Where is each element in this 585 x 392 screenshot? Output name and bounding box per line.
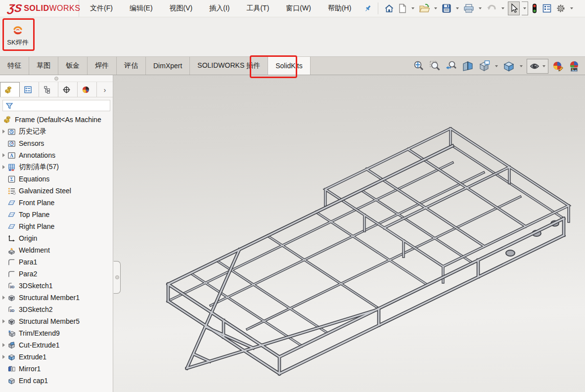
menu-tools[interactable]: 工具(T) (246, 4, 269, 13)
tab-dimxpert-manager[interactable] (58, 82, 78, 97)
select-cursor-caret[interactable] (522, 1, 528, 15)
undo-icon (485, 2, 498, 14)
tree-item-trim-extend9[interactable]: Trim/Extend9 (0, 327, 113, 339)
tree-item-material[interactable]: Galvanized Steel (0, 185, 113, 197)
tab-features[interactable]: 特征 (0, 57, 29, 75)
previous-view-icon[interactable] (445, 59, 458, 73)
part-document-icon (3, 115, 12, 124)
expand-arrow-icon[interactable] (0, 153, 7, 157)
properties-icon[interactable] (541, 2, 553, 14)
gear-caret[interactable] (570, 7, 573, 9)
menu-window[interactable]: 窗口(W) (286, 4, 311, 13)
tab-sketch[interactable]: 草图 (29, 57, 58, 75)
tab-solidkits[interactable]: SolidKits (268, 57, 310, 75)
expand-arrow-icon[interactable] (0, 319, 7, 323)
expand-arrow-icon[interactable] (0, 343, 7, 347)
tab-evaluate[interactable]: 评估 (117, 57, 146, 75)
tree-item-origin[interactable]: Origin (0, 232, 113, 244)
new-document-caret[interactable] (411, 7, 414, 9)
undo-caret[interactable] (501, 7, 504, 9)
tree-item-extrude1[interactable]: Extrude1 (0, 351, 113, 363)
cut-extrude-icon (7, 341, 16, 349)
tree-item-equations[interactable]: Σ Equations (0, 173, 113, 185)
svg-text:3D: 3D (10, 308, 15, 312)
solidworks-logo: ƷS SOLIDWORKS (0, 0, 79, 17)
tree-item-3dsketch2[interactable]: 3D 3DSketch2 (0, 304, 113, 315)
tree-item-mirror1[interactable]: Mirror1 (0, 363, 113, 375)
main-area: › Frame (Default<As Machine 历史记录 Sensors… (0, 75, 585, 392)
apply-scene-icon[interactable] (567, 59, 581, 73)
graphics-viewport[interactable] (113, 75, 585, 392)
end-cap-icon (7, 377, 16, 385)
tree-item-3dsketch1[interactable]: 3D 3DSketch1 (0, 280, 113, 292)
tree-item-weldment[interactable]: Weldment (0, 244, 113, 256)
edit-appearance-icon[interactable] (551, 59, 565, 73)
tree-item-cut-list[interactable]: 切割清单(57) (0, 161, 113, 173)
tree-item-front-plane[interactable]: Front Plane (0, 197, 113, 209)
display-style-caret[interactable] (542, 65, 545, 67)
feature-manager-panel: › Frame (Default<As Machine 历史记录 Sensors… (0, 75, 113, 392)
tab-configuration-manager[interactable] (39, 82, 58, 97)
display-style-button[interactable] (527, 59, 548, 74)
tree-item-history[interactable]: 历史记录 (0, 126, 113, 137)
menu-edit[interactable]: 编辑(E) (130, 4, 153, 13)
menu-file[interactable]: 文件(F) (90, 4, 113, 13)
new-document-icon[interactable] (397, 2, 408, 14)
tree-item-right-plane[interactable]: Right Plane (0, 220, 113, 232)
menu-help[interactable]: 帮助(H) (328, 4, 351, 13)
tree-item-top-plane[interactable]: Top Plane (0, 209, 113, 220)
open-caret[interactable] (434, 7, 437, 9)
tab-display-manager[interactable] (78, 82, 97, 97)
sketch-icon (7, 270, 16, 278)
tab-feature-tree[interactable] (0, 82, 20, 97)
print-icon[interactable] (462, 2, 475, 14)
print-caret[interactable] (479, 7, 482, 9)
annotation-views-caret[interactable] (495, 65, 498, 67)
pin-icon[interactable] (364, 4, 372, 12)
sk-weldment-button[interactable]: SK焊件 (5, 21, 31, 50)
view-orientation-icon[interactable] (502, 59, 516, 73)
view-orientation-caret[interactable] (520, 65, 523, 67)
expand-arrow-icon[interactable] (0, 130, 7, 133)
tree-item-sensors[interactable]: Sensors (0, 137, 113, 149)
expand-arrow-icon[interactable] (0, 355, 7, 359)
tab-solidworks-addins[interactable]: SOLIDWORKS 插件 (190, 57, 268, 75)
model-frame-weldment[interactable] (113, 75, 585, 392)
panel-tabs-overflow-chevron[interactable]: › (97, 82, 113, 97)
section-view-icon[interactable] (461, 59, 475, 73)
expand-arrow-icon[interactable] (0, 165, 7, 169)
open-icon[interactable] (418, 2, 431, 14)
panel-splitter-handle[interactable] (0, 75, 113, 82)
tree-item-cut-extrude1[interactable]: Cut-Extrude1 (0, 339, 113, 351)
tree-item-para1[interactable]: Para1 (0, 256, 113, 268)
zoom-fit-icon[interactable] (412, 59, 426, 73)
expand-arrow-icon[interactable] (0, 296, 7, 300)
tree-item-end-cap1[interactable]: End cap1 (0, 375, 113, 387)
select-cursor-icon[interactable] (508, 1, 520, 15)
structural-member-icon (7, 294, 16, 302)
tree-item-structural-member1[interactable]: Structural Member1 (0, 292, 113, 304)
gear-icon[interactable] (555, 2, 567, 14)
display-style-icon (528, 60, 541, 73)
sketch3d-icon: 3D (7, 282, 16, 290)
tree-item-para2[interactable]: Para2 (0, 268, 113, 280)
tab-weldments[interactable]: 焊件 (88, 57, 117, 75)
options-traffic-icon[interactable] (530, 2, 539, 15)
extrude-icon (7, 353, 16, 361)
zoom-area-icon[interactable] (428, 59, 442, 73)
save-icon[interactable] (441, 2, 452, 14)
tab-sheet-metal[interactable]: 钣金 (58, 57, 88, 75)
tab-property-manager[interactable] (20, 82, 39, 97)
tree-item-structural-member5[interactable]: Structural Member5 (0, 315, 113, 327)
mirror-icon (7, 365, 16, 373)
save-caret[interactable] (456, 7, 459, 9)
tree-root-frame[interactable]: Frame (Default<As Machine (0, 113, 113, 126)
annotation-views-icon[interactable] (477, 59, 491, 73)
tree-filter-field[interactable] (2, 100, 110, 111)
panel-collapse-handle[interactable] (113, 261, 121, 294)
tab-dimxpert[interactable]: DimXpert (146, 57, 190, 75)
menu-insert[interactable]: 插入(I) (209, 4, 229, 13)
menu-view[interactable]: 视图(V) (170, 4, 193, 13)
home-icon[interactable] (383, 2, 395, 14)
tree-item-annotations[interactable]: A Annotations (0, 149, 113, 161)
